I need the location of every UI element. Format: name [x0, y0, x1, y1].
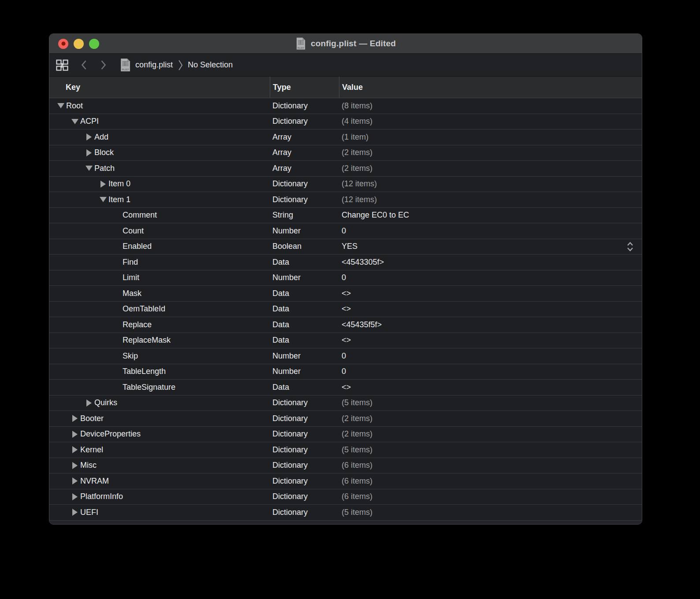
table-row[interactable]: Kernel Dictionary (5 items)	[49, 442, 642, 458]
minimize-button[interactable]	[74, 39, 84, 49]
table-row[interactable]: Enabled Boolean YES	[49, 239, 642, 255]
table-row[interactable]: Item 0 Dictionary (12 items)	[49, 177, 642, 192]
table-row[interactable]: Replace Data <45435f5f>	[49, 317, 642, 333]
type-cell[interactable]: Dictionary	[270, 177, 339, 192]
value-cell[interactable]: 0	[339, 270, 642, 286]
table-row[interactable]: TableSignature Data <>	[49, 380, 642, 396]
breadcrumb-selection[interactable]: No Selection	[188, 60, 233, 70]
back-button[interactable]	[80, 59, 88, 71]
table-row[interactable]: Item 1 Dictionary (12 items)	[49, 192, 642, 208]
table-row[interactable]: DeviceProperties Dictionary (2 items)	[49, 427, 642, 443]
table-row[interactable]: Root Dictionary (8 items)	[49, 98, 642, 114]
type-cell[interactable]: Data	[270, 333, 339, 348]
value-cell[interactable]: (5 items)	[339, 396, 642, 411]
value-cell[interactable]: (6 items)	[339, 473, 642, 489]
type-cell[interactable]: Dictionary	[270, 489, 339, 505]
value-cell[interactable]: (2 items)	[339, 145, 642, 161]
disclosure-triangle-icon[interactable]	[71, 446, 78, 453]
table-row[interactable]: UEFI Dictionary (5 items)	[49, 505, 642, 521]
breadcrumb-file[interactable]: config.plist	[135, 60, 173, 70]
value-cell[interactable]: (1 item)	[339, 129, 642, 145]
table-row[interactable]: Patch Array (2 items)	[49, 161, 642, 177]
value-cell[interactable]: <>	[339, 286, 642, 301]
table-row[interactable]: PlatformInfo Dictionary (6 items)	[49, 489, 642, 505]
value-cell[interactable]: (12 items)	[339, 177, 642, 192]
disclosure-triangle-icon[interactable]	[71, 431, 78, 438]
table-row[interactable]: Comment String Change EC0 to EC	[49, 208, 642, 224]
disclosure-triangle-icon[interactable]	[85, 133, 93, 141]
boolean-stepper-icon[interactable]	[626, 240, 634, 252]
table-row[interactable]: ReplaceMask Data <>	[49, 333, 642, 349]
value-cell[interactable]: Change EC0 to EC	[339, 208, 642, 223]
type-cell[interactable]: Data	[270, 317, 339, 333]
disclosure-triangle-icon[interactable]	[85, 166, 93, 171]
table-row[interactable]: Count Number 0	[49, 223, 642, 239]
value-cell[interactable]: (6 items)	[339, 489, 642, 505]
table-row[interactable]: TableLength Number 0	[49, 364, 642, 380]
table-row[interactable]: Limit Number 0	[49, 270, 642, 286]
value-cell[interactable]: (6 items)	[339, 458, 642, 473]
table-row[interactable]: Skip Number 0	[49, 348, 642, 364]
disclosure-triangle-icon[interactable]	[57, 103, 64, 108]
type-cell[interactable]: String	[270, 208, 339, 223]
type-cell[interactable]: Dictionary	[270, 473, 339, 489]
table-row[interactable]: Block Array (2 items)	[49, 145, 642, 161]
type-cell[interactable]: Boolean	[270, 239, 339, 255]
value-cell[interactable]: (2 items)	[339, 411, 642, 426]
type-cell[interactable]: Dictionary	[270, 396, 339, 411]
value-cell[interactable]: <4543305f>	[339, 255, 642, 270]
type-cell[interactable]: Dictionary	[270, 505, 339, 520]
type-cell[interactable]: Array	[270, 129, 339, 145]
disclosure-triangle-icon[interactable]	[71, 509, 78, 516]
table-row[interactable]: Misc Dictionary (6 items)	[49, 458, 642, 474]
type-cell[interactable]: Array	[270, 145, 339, 161]
value-cell[interactable]: YES	[339, 239, 642, 255]
type-cell[interactable]: Dictionary	[270, 192, 339, 207]
type-cell[interactable]: Dictionary	[270, 442, 339, 458]
type-cell[interactable]: Dictionary	[270, 458, 339, 473]
type-cell[interactable]: Number	[270, 270, 339, 286]
type-cell[interactable]: Dictionary	[270, 114, 339, 129]
value-cell[interactable]: (5 items)	[339, 442, 642, 458]
disclosure-triangle-icon[interactable]	[99, 181, 107, 188]
value-cell[interactable]: (2 items)	[339, 427, 642, 442]
disclosure-triangle-icon[interactable]	[71, 477, 78, 484]
type-cell[interactable]: Data	[270, 380, 339, 395]
type-cell[interactable]: Data	[270, 255, 339, 270]
window-titlebar[interactable]: PLIST config.plist — Edited	[49, 34, 642, 54]
close-button[interactable]	[58, 39, 68, 49]
disclosure-triangle-icon[interactable]	[85, 149, 93, 156]
table-row[interactable]: OemTableId Data <>	[49, 302, 642, 318]
table-row[interactable]: Add Array (1 item)	[49, 129, 642, 145]
table-row[interactable]: Quirks Dictionary (5 items)	[49, 396, 642, 411]
disclosure-triangle-icon[interactable]	[85, 399, 93, 407]
type-cell[interactable]: Array	[270, 161, 339, 176]
related-items-icon[interactable]	[56, 59, 69, 72]
value-cell[interactable]: (5 items)	[339, 505, 642, 520]
column-header-type[interactable]: Type	[270, 77, 339, 98]
type-cell[interactable]: Data	[270, 302, 339, 317]
disclosure-triangle-icon[interactable]	[71, 119, 78, 124]
type-cell[interactable]: Number	[270, 223, 339, 239]
table-row[interactable]: Mask Data <>	[49, 286, 642, 302]
table-row[interactable]: NVRAM Dictionary (6 items)	[49, 473, 642, 489]
disclosure-triangle-icon[interactable]	[99, 197, 107, 202]
table-row[interactable]: Booter Dictionary (2 items)	[49, 411, 642, 427]
type-cell[interactable]: Number	[270, 348, 339, 364]
value-cell[interactable]: <45435f5f>	[339, 317, 642, 333]
disclosure-triangle-icon[interactable]	[71, 493, 78, 500]
type-cell[interactable]: Data	[270, 286, 339, 301]
disclosure-triangle-icon[interactable]	[71, 462, 78, 469]
type-cell[interactable]: Dictionary	[270, 427, 339, 442]
column-header-key[interactable]: Key	[49, 77, 270, 98]
value-cell[interactable]: (8 items)	[339, 98, 642, 114]
value-cell[interactable]: 0	[339, 223, 642, 239]
value-cell[interactable]: (4 items)	[339, 114, 642, 129]
table-row[interactable]: Find Data <4543305f>	[49, 255, 642, 270]
type-cell[interactable]: Number	[270, 364, 339, 380]
type-cell[interactable]: Dictionary	[270, 411, 339, 426]
value-cell[interactable]: (2 items)	[339, 161, 642, 176]
column-header-value[interactable]: Value	[339, 77, 642, 98]
type-cell[interactable]: Dictionary	[270, 98, 339, 114]
forward-button[interactable]	[100, 59, 107, 71]
